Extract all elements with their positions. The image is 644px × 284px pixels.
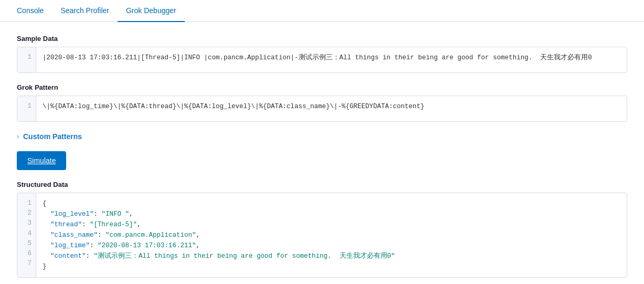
nav-tabs: Console Search Profiler Grok Debugger — [0, 0, 644, 22]
structured-data-editor: 1234567 { "log_level": "INFO ", "thread"… — [17, 193, 627, 278]
grok-pattern-line-numbers: 1 — [17, 96, 36, 121]
chevron-right-icon: › — [17, 133, 19, 140]
structured-data-line-numbers: 1234567 — [17, 193, 36, 277]
simulate-button[interactable]: Simulate — [17, 151, 66, 170]
tab-console[interactable]: Console — [8, 0, 52, 22]
structured-data-label: Structured Data — [17, 181, 627, 188]
main-content: Sample Data 1 |2020-08-13 17:03:16.211|[… — [0, 22, 644, 284]
structured-data-content: { "log_level": "INFO ", "thread": "[Thre… — [36, 193, 627, 277]
tab-search-profiler[interactable]: Search Profiler — [52, 0, 118, 22]
sample-data-editor[interactable]: 1 |2020-08-13 17:03:16.211|[Thread-5]|IN… — [17, 47, 627, 73]
sample-data-label: Sample Data — [17, 35, 627, 43]
custom-patterns-label: Custom Patterns — [23, 132, 82, 141]
grok-pattern-content[interactable]: \|%{DATA:log_time}\|%{DATA:thread}\|%{DA… — [36, 96, 627, 121]
tab-grok-debugger[interactable]: Grok Debugger — [118, 0, 185, 22]
grok-pattern-editor[interactable]: 1 \|%{DATA:log_time}\|%{DATA:thread}\|%{… — [17, 96, 627, 122]
sample-data-content[interactable]: |2020-08-13 17:03:16.211|[Thread-5]|INFO… — [36, 47, 627, 72]
sample-data-line-numbers: 1 — [17, 47, 36, 72]
custom-patterns-section[interactable]: › Custom Patterns — [17, 132, 627, 141]
grok-pattern-label: Grok Pattern — [17, 83, 627, 91]
